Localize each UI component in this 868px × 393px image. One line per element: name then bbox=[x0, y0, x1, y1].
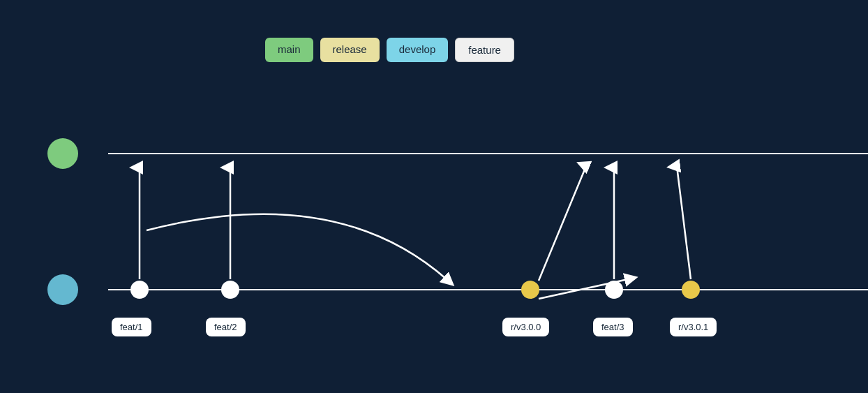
svg-line-14 bbox=[677, 166, 691, 279]
label-feat3: feat/3 bbox=[593, 318, 633, 336]
label-feat2: feat/2 bbox=[206, 318, 246, 336]
svg-point-2 bbox=[47, 138, 78, 169]
svg-point-4 bbox=[130, 281, 149, 299]
svg-point-3 bbox=[47, 274, 78, 305]
label-rv301: r/v3.0.1 bbox=[670, 318, 717, 336]
svg-line-11 bbox=[539, 166, 586, 281]
label-rv300: r/v3.0.0 bbox=[502, 318, 549, 336]
svg-point-6 bbox=[521, 281, 539, 299]
svg-point-8 bbox=[682, 281, 700, 299]
svg-point-5 bbox=[221, 281, 239, 299]
label-feat1: feat/1 bbox=[112, 318, 151, 336]
